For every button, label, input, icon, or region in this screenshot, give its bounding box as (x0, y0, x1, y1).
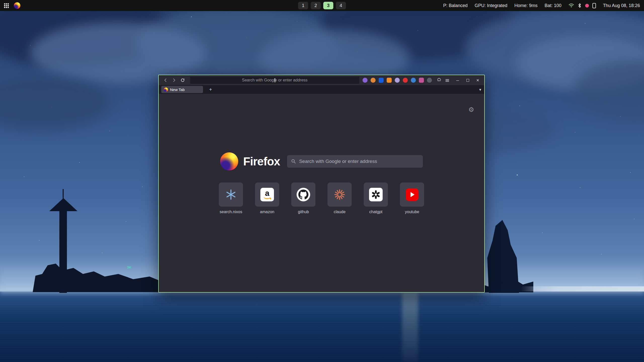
github-octocat-icon (297, 188, 310, 201)
cloud (136, 8, 342, 78)
tab-strip: New Tab + ▾ (159, 85, 484, 94)
tab-title: New Tab (170, 87, 185, 92)
youtube-play-icon (406, 188, 418, 201)
extension-icon-7[interactable] (411, 78, 416, 83)
shortcut-youtube[interactable]: youtube (394, 183, 430, 214)
shortcut-search-nixos[interactable]: search.nixos (213, 183, 249, 214)
text-caret (275, 78, 275, 82)
close-button[interactable]: × (474, 76, 482, 84)
urlbar[interactable] (190, 76, 359, 84)
list-all-tabs-chevron-icon[interactable]: ▾ (479, 87, 481, 92)
chatgpt-openai-icon (369, 188, 383, 201)
newtab-search-bar[interactable] (287, 155, 423, 168)
minimize-button[interactable]: – (454, 76, 462, 84)
menu-hamburger-icon[interactable]: ≡ (443, 76, 452, 84)
back-button[interactable] (161, 76, 170, 84)
island-right (484, 220, 522, 293)
island-left (33, 249, 169, 292)
status-modules: P: Balanced GPU: Integrated Home: 9ms Ba… (443, 3, 640, 8)
extension-icon-1[interactable] (363, 78, 368, 83)
new-tab-button[interactable]: + (207, 86, 214, 93)
firefox-favicon (164, 87, 168, 92)
workspace-2[interactable]: 2 (311, 2, 321, 9)
claude-starburst-icon (334, 189, 345, 200)
clock: Thu Aug 08, 18:26 (603, 3, 640, 8)
shortcut-label: amazon (260, 210, 274, 214)
extensions-puzzle-icon[interactable] (434, 76, 443, 84)
extension-buttons (363, 78, 432, 83)
shortcut-label: search.nixos (220, 210, 242, 214)
watchtower-roof (49, 198, 77, 211)
workspace-4[interactable]: 4 (336, 2, 346, 9)
newtab-page: ⚙ Firefox (159, 94, 484, 292)
device-icon[interactable] (592, 3, 596, 8)
window-controls: – × (454, 76, 482, 84)
newtab-search-input[interactable] (299, 159, 419, 164)
shortcut-claude[interactable]: claude (321, 183, 358, 214)
extension-icon-2[interactable] (371, 78, 376, 83)
nixos-snowflake-icon (225, 189, 237, 200)
workspace-1[interactable]: 1 (298, 2, 308, 9)
extension-icon-3[interactable] (379, 78, 384, 83)
firefox-branding: Firefox (220, 152, 423, 170)
extension-icon-4[interactable] (387, 78, 392, 83)
extension-icon-5[interactable] (395, 78, 400, 83)
reload-button[interactable] (178, 76, 187, 84)
shortcut-tiles: search.nixos a amazon (213, 183, 430, 214)
shortcut-label: chatgpt (369, 210, 382, 214)
app-launcher-icon[interactable] (4, 3, 9, 8)
newtab-settings-gear-icon[interactable]: ⚙ (468, 106, 474, 113)
tray-icons (569, 3, 596, 8)
shortcut-amazon[interactable]: a amazon (249, 183, 285, 214)
bluetooth-icon[interactable] (578, 3, 582, 8)
wifi-icon[interactable] (569, 3, 574, 8)
extension-icon-6[interactable] (403, 78, 408, 83)
network-latency-status: Home: 9ms (514, 3, 538, 8)
island-sign: 3K (127, 265, 132, 269)
shortcut-label: github (298, 210, 309, 214)
firefox-tray-icon[interactable] (14, 2, 20, 9)
cloud (30, 23, 206, 83)
workspace-3-active[interactable]: 3 (323, 2, 333, 9)
firefox-wordmark: Firefox (243, 155, 280, 168)
cloud (574, 60, 644, 121)
gpu-status: GPU: Integrated (475, 3, 507, 8)
search-icon (291, 159, 296, 164)
navigation-toolbar: ≡ – × (159, 75, 484, 85)
shortcut-github[interactable]: github (285, 183, 321, 214)
color-indicator-icon[interactable] (585, 4, 589, 8)
maximize-button[interactable] (464, 76, 472, 84)
firefox-logo (220, 152, 238, 170)
sea-texture (0, 293, 644, 362)
amazon-icon: a (260, 188, 274, 201)
beach-sand (521, 286, 644, 291)
tab-new-tab[interactable]: New Tab (161, 86, 203, 93)
workspace-switcher: 1 2 3 4 (298, 2, 346, 9)
cloud (0, 75, 111, 131)
moon-reflection (402, 292, 418, 362)
shortcut-chatgpt[interactable]: chatgpt (358, 183, 394, 214)
shortcut-label: claude (334, 210, 345, 214)
watchtower (59, 210, 67, 293)
battery-status: Bat: 100 (545, 3, 561, 8)
extension-icon-9[interactable] (427, 78, 432, 83)
forward-button[interactable] (170, 76, 178, 84)
watchtower-mast (63, 189, 64, 200)
cloud (465, 10, 644, 85)
firefox-window: ≡ – × New Tab + ▾ ⚙ Firefox (158, 75, 485, 293)
shortcut-label: youtube (405, 210, 419, 214)
status-bar: 1 2 3 4 P: Balanced GPU: Integrated Home… (0, 0, 644, 11)
extension-icon-8[interactable] (419, 78, 424, 83)
cloud (516, 35, 644, 90)
power-profile-status: P: Balanced (443, 3, 468, 8)
